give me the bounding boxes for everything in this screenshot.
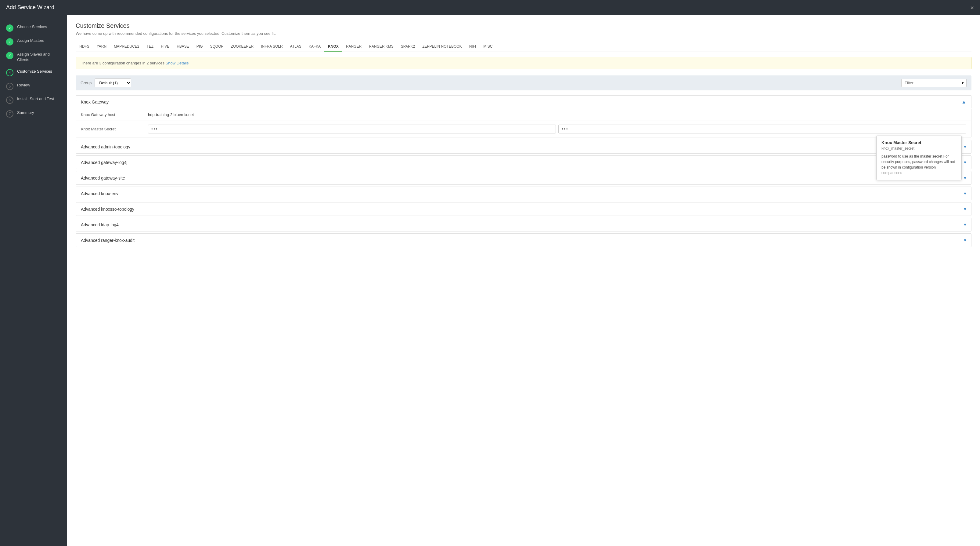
knox-secret-row: Knox Master Secret [76, 121, 971, 137]
sidebar-label-customize-services: Customize Services [17, 69, 52, 74]
advanced-knoxsso-topology-section[interactable]: Advanced knoxsso-topology ▾ [76, 202, 972, 216]
step-circle-3: ✓ [6, 52, 13, 59]
knox-gateway-section-content: Knox Gateway host hdp-training-2.bluemix… [76, 109, 972, 137]
advanced-gateway-site-chevron-down-icon: ▾ [964, 175, 966, 181]
page-subtitle: We have come up with recommended configu… [76, 31, 972, 36]
tab-zookeeper[interactable]: ZOOKEEPER [227, 42, 258, 52]
step-circle-5: 5 [6, 83, 13, 90]
step-circle-7: 7 [6, 110, 13, 118]
advanced-ldap-log4j-chevron-down-icon: ▾ [964, 222, 966, 228]
tab-ranger[interactable]: RANGER [342, 42, 365, 52]
modal-container: Add Service Wizard × ✓ Choose Services ✓… [0, 0, 980, 546]
tab-atlas[interactable]: ATLAS [286, 42, 305, 52]
advanced-admin-topology-chevron-down-icon: ▾ [964, 144, 966, 150]
sidebar-label-assign-slaves: Assign Slaves and Clients [17, 52, 61, 62]
advanced-gateway-site-section[interactable]: Advanced gateway-site ▾ [76, 171, 972, 185]
advanced-knox-env-label: Advanced knox-env [81, 191, 118, 196]
knox-host-value: hdp-training-2.bluemix.net [148, 112, 966, 117]
sidebar-label-install: Install, Start and Test [17, 96, 54, 102]
tab-sqoop[interactable]: SQOOP [207, 42, 227, 52]
filter-dropdown-button[interactable]: ▾ [959, 79, 967, 87]
group-filter-bar: Group Default (1) ▾ [76, 75, 972, 90]
tooltip-key: knox_master_secret [881, 146, 956, 150]
main-content: Customize Services We have come up with … [67, 15, 980, 546]
sidebar-label-choose-services: Choose Services [17, 24, 47, 30]
sidebar-item-choose-services[interactable]: ✓ Choose Services [0, 21, 67, 35]
knox-gateway-section-header[interactable]: Knox Gateway ▲ [76, 95, 972, 109]
tab-yarn[interactable]: YARN [93, 42, 110, 52]
advanced-ldap-log4j-label: Advanced ldap-log4j [81, 222, 119, 227]
sidebar-item-review[interactable]: 5 Review [0, 80, 67, 93]
show-details-link[interactable]: Show Details [165, 61, 189, 65]
knox-secret-input-1[interactable] [148, 125, 556, 133]
filter-input[interactable] [901, 79, 959, 87]
tab-infra-solr[interactable]: INFRA SOLR [257, 42, 286, 52]
knox-secret-input-2[interactable] [558, 125, 966, 133]
advanced-admin-topology-label: Advanced admin-topology [81, 144, 130, 149]
advanced-knoxsso-topology-label: Advanced knoxsso-topology [81, 207, 134, 212]
advanced-admin-topology-section[interactable]: Advanced admin-topology ▾ [76, 140, 972, 153]
step-circle-6: 6 [6, 96, 13, 104]
knox-secret-inputs [148, 125, 966, 133]
advanced-gateway-log4j-label: Advanced gateway-log4j [81, 160, 127, 165]
sidebar-item-summary[interactable]: 7 Summary [0, 107, 67, 121]
group-select[interactable]: Default (1) [95, 78, 131, 87]
advanced-ranger-knox-audit-chevron-down-icon: ▾ [964, 237, 966, 243]
sidebar: ✓ Choose Services ✓ Assign Masters ✓ Ass… [0, 15, 67, 546]
tab-spark2[interactable]: SPARK2 [397, 42, 418, 52]
sidebar-label-assign-masters: Assign Masters [17, 38, 44, 43]
tab-misc[interactable]: MISC [480, 42, 496, 52]
advanced-gateway-log4j-section[interactable]: Advanced gateway-log4j ▾ [76, 155, 972, 169]
tab-hbase[interactable]: HBASE [173, 42, 193, 52]
advanced-gateway-log4j-chevron-down-icon: ▾ [964, 160, 966, 165]
sidebar-item-assign-masters[interactable]: ✓ Assign Masters [0, 35, 67, 49]
step-circle-4: 4 [6, 69, 13, 77]
modal-header: Add Service Wizard × [0, 0, 980, 15]
step-circle-1: ✓ [6, 24, 13, 32]
sidebar-label-review: Review [17, 83, 30, 88]
advanced-knox-env-section[interactable]: Advanced knox-env ▾ [76, 187, 972, 200]
tab-knox[interactable]: KNOX [325, 42, 342, 52]
sidebar-item-install[interactable]: 6 Install, Start and Test [0, 93, 67, 107]
knox-gateway-title: Knox Gateway [81, 99, 109, 104]
alert-message: There are 3 configuration changes in 2 s… [81, 61, 165, 65]
knox-gateway-chevron-up-icon: ▲ [961, 99, 966, 105]
tab-ranger-kms[interactable]: RANGER KMS [365, 42, 397, 52]
close-button[interactable]: × [970, 5, 974, 11]
advanced-knoxsso-topology-chevron-down-icon: ▾ [964, 206, 966, 212]
advanced-ranger-knox-audit-section[interactable]: Advanced ranger-knox-audit ▾ [76, 233, 972, 247]
tooltip-description: password to use as the master secret For… [881, 153, 956, 176]
sidebar-item-customize-services[interactable]: 4 Customize Services [0, 65, 67, 80]
knox-master-secret-tooltip: Knox Master Secret knox_master_secret pa… [876, 136, 962, 180]
advanced-knox-env-chevron-down-icon: ▾ [964, 190, 966, 196]
tab-pig[interactable]: PIG [193, 42, 207, 52]
sidebar-label-summary: Summary [17, 110, 34, 115]
page-title: Customize Services [76, 22, 972, 29]
tab-zeppelin-notebook[interactable]: ZEPPELIN NOTEBOOK [418, 42, 465, 52]
group-select-wrapper: Group Default (1) [81, 78, 131, 87]
sidebar-item-assign-slaves[interactable]: ✓ Assign Slaves and Clients [0, 49, 67, 65]
tooltip-title: Knox Master Secret [881, 140, 956, 145]
knox-host-label: Knox Gateway host [81, 112, 148, 117]
group-label: Group [81, 81, 92, 85]
tab-nifi[interactable]: NIFI [466, 42, 480, 52]
step-circle-2: ✓ [6, 38, 13, 46]
advanced-ldap-log4j-section[interactable]: Advanced ldap-log4j ▾ [76, 218, 972, 231]
modal-body: ✓ Choose Services ✓ Assign Masters ✓ Ass… [0, 15, 980, 546]
tab-kafka[interactable]: KAFKA [305, 42, 325, 52]
tab-hive[interactable]: HIVE [157, 42, 173, 52]
tabs-bar: HDFS YARN MAPREDUCE2 TEZ HIVE HBASE PIG … [76, 42, 972, 52]
knox-host-row: Knox Gateway host hdp-training-2.bluemix… [76, 109, 971, 121]
advanced-ranger-knox-audit-label: Advanced ranger-knox-audit [81, 238, 135, 243]
tab-tez[interactable]: TEZ [143, 42, 157, 52]
tab-mapreduce2[interactable]: MAPREDUCE2 [110, 42, 143, 52]
filter-input-wrapper: ▾ [901, 79, 967, 87]
tab-hdfs[interactable]: HDFS [76, 42, 93, 52]
modal-title: Add Service Wizard [6, 4, 54, 11]
knox-secret-label: Knox Master Secret [81, 127, 148, 131]
alert-banner: There are 3 configuration changes in 2 s… [76, 57, 972, 69]
advanced-gateway-site-label: Advanced gateway-site [81, 176, 125, 180]
